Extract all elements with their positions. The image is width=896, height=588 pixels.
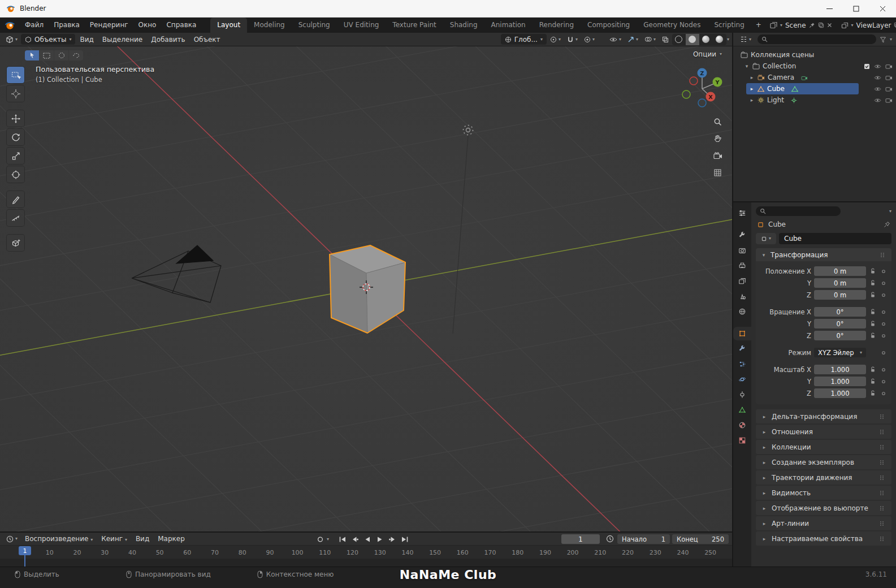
tab-view-layer[interactable] <box>733 274 751 288</box>
tab-tool[interactable] <box>733 228 751 242</box>
chevron-right-icon[interactable]: ▸ <box>749 86 755 92</box>
eye-icon[interactable] <box>874 87 881 92</box>
workspace-tab[interactable]: Shading <box>443 18 484 33</box>
location-x-field[interactable]: 0 m <box>814 266 866 276</box>
view-menu[interactable]: Вид <box>76 33 97 46</box>
pan-hand-button[interactable] <box>710 131 725 146</box>
play-reverse-button[interactable] <box>362 534 373 544</box>
perspective-toggle-button[interactable] <box>710 165 725 180</box>
camera-row[interactable]: ▸ Camera <box>733 72 896 83</box>
preview-range-clock-icon[interactable] <box>606 535 614 543</box>
properties-panel-header[interactable]: ▸ Коллекции <box>756 440 891 454</box>
object-menu[interactable]: Объект <box>190 33 224 46</box>
pin-icon[interactable] <box>809 22 815 28</box>
outliner-editor-button[interactable]: ▾ <box>737 34 754 45</box>
add-workspace-button[interactable]: + <box>751 18 766 33</box>
tab-particles[interactable] <box>733 357 751 371</box>
properties-editor-button[interactable] <box>733 206 751 220</box>
lock-icon[interactable] <box>869 366 877 373</box>
box-select-tool[interactable] <box>7 67 24 83</box>
transform-tool[interactable] <box>7 166 24 183</box>
workspace-tab[interactable]: UV Editing <box>337 18 386 33</box>
rotation-z-field[interactable]: 0° <box>814 331 866 340</box>
tab-object[interactable] <box>733 327 751 340</box>
next-keyframe-button[interactable] <box>387 534 398 544</box>
shading-solid-button[interactable] <box>686 34 699 45</box>
scene-collection-row[interactable]: Коллекция сцены <box>733 49 896 60</box>
menu-window[interactable]: Окно <box>133 18 162 33</box>
playback-menu[interactable]: Воспроизведение ▾ <box>21 532 97 546</box>
animate-dot-icon[interactable] <box>880 368 887 372</box>
new-scene-icon[interactable] <box>818 22 824 28</box>
workspace-tab[interactable]: Modeling <box>247 18 292 33</box>
lock-icon[interactable] <box>869 390 877 396</box>
properties-panel-header[interactable]: ▸ Арт-линии <box>756 516 891 530</box>
tab-render[interactable] <box>733 244 751 257</box>
eye-icon[interactable] <box>874 75 881 80</box>
rotation-x-field[interactable]: 0° <box>814 307 866 317</box>
tab-world[interactable] <box>733 305 751 318</box>
navigation-gizmo[interactable]: Z Y X <box>678 65 726 113</box>
properties-panel-header[interactable]: ▸ Видимость <box>756 486 891 500</box>
timeline-track[interactable] <box>0 559 732 567</box>
select-box-button[interactable] <box>40 50 54 60</box>
lock-icon[interactable] <box>869 292 877 298</box>
jump-to-end-button[interactable] <box>399 534 410 544</box>
chevron-right-icon[interactable]: ▸ <box>749 75 755 80</box>
prev-keyframe-button[interactable] <box>349 534 361 544</box>
scale-tool[interactable] <box>7 148 24 164</box>
minimize-button[interactable] <box>816 0 843 17</box>
properties-panel-header[interactable]: ▸ Настраиваемые свойства <box>756 531 891 546</box>
breadcrumb-label[interactable]: Cube <box>768 220 786 228</box>
select-tweak-button[interactable] <box>25 50 39 60</box>
editor-type-button[interactable]: ▾ <box>3 34 20 45</box>
scale-x-field[interactable]: 1.000 <box>814 365 866 374</box>
properties-panel-header[interactable]: ▸ Отношения <box>756 425 891 439</box>
xray-toggle[interactable] <box>659 34 672 45</box>
animate-dot-icon[interactable] <box>880 351 887 355</box>
camera-restrict-icon[interactable] <box>885 97 893 103</box>
rotation-mode-dropdown[interactable]: XYZ Эйлер▾ <box>814 348 866 357</box>
keying-menu[interactable]: Кеинг ▾ <box>97 532 131 546</box>
lock-icon[interactable] <box>869 280 877 286</box>
zoom-button[interactable] <box>710 114 725 129</box>
chevron-down-icon[interactable]: ▾ <box>744 63 750 69</box>
animate-dot-icon[interactable] <box>880 322 887 326</box>
eye-icon[interactable] <box>874 64 881 69</box>
menu-render[interactable]: Рендеринг <box>85 18 133 33</box>
unlink-scene-icon[interactable] <box>827 23 832 28</box>
workspace-tab[interactable]: Animation <box>484 18 533 33</box>
properties-panel-header[interactable]: ▸ Траектории движения <box>756 470 891 485</box>
options-dropdown[interactable]: Опции ▾ <box>693 50 722 58</box>
workspace-tab[interactable]: Layout <box>210 18 247 33</box>
select-lasso-button[interactable] <box>69 50 83 60</box>
current-frame-field[interactable]: 1 <box>561 534 600 544</box>
play-button[interactable] <box>374 534 386 544</box>
timeline-ruler[interactable]: 1020304050607080901001101201301401501601… <box>0 546 732 559</box>
light-row[interactable]: ▸ Light <box>733 94 896 106</box>
close-button[interactable] <box>869 0 896 17</box>
rotation-y-field[interactable]: 0° <box>814 319 866 328</box>
lock-icon[interactable] <box>869 309 877 315</box>
timeline-view-menu[interactable]: Вид <box>132 532 153 546</box>
properties-panel-header[interactable]: ▸ Создание экземпляров <box>756 455 891 469</box>
properties-panel-header[interactable]: ▸ Отображение во вьюпорте <box>756 501 891 515</box>
tab-output[interactable] <box>733 259 751 273</box>
snap-toggle[interactable]: ▾ <box>564 34 581 45</box>
camera-restrict-icon[interactable] <box>885 63 893 69</box>
3d-viewport[interactable]: Пользовательская перспектива (1) Collect… <box>0 46 732 531</box>
properties-search[interactable] <box>756 206 841 216</box>
animate-dot-icon[interactable] <box>880 269 887 274</box>
object-name-field[interactable]: Cube <box>779 233 891 244</box>
gizmos-toggle[interactable]: ▾ <box>625 34 641 45</box>
shading-material-button[interactable] <box>699 34 713 45</box>
tab-material[interactable] <box>733 418 751 432</box>
show-object-types-dropdown[interactable]: ▾ <box>607 34 624 45</box>
overlays-toggle[interactable]: ▾ <box>642 34 659 45</box>
location-z-field[interactable]: 0 m <box>814 290 866 300</box>
start-frame-field[interactable]: Начало1 <box>617 534 670 544</box>
chevron-right-icon[interactable]: ▸ <box>749 97 755 103</box>
camera-restrict-icon[interactable] <box>885 86 893 92</box>
workspace-tab[interactable]: Scripting <box>707 18 751 33</box>
animate-dot-icon[interactable] <box>880 293 887 297</box>
